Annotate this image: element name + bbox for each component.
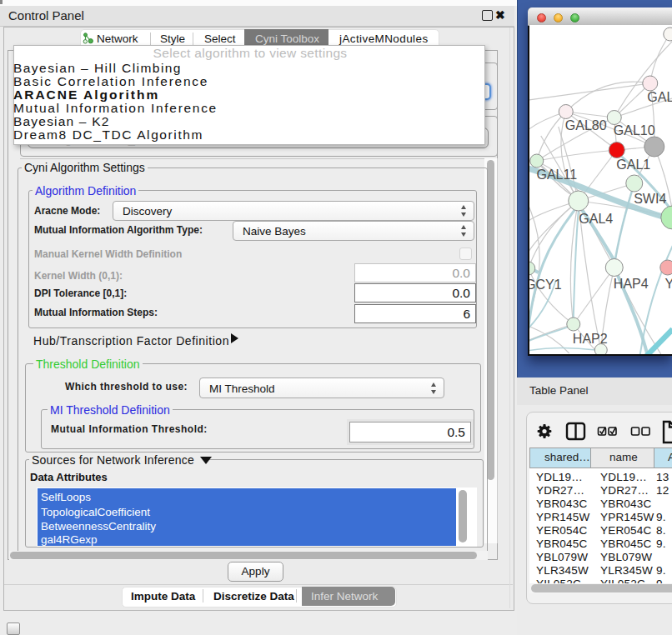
svg-text:SWI4: SWI4	[634, 192, 666, 206]
svg-text:GAL1: GAL1	[616, 158, 650, 172]
svg-text:GAL11: GAL11	[536, 168, 577, 182]
svg-text:GAL4: GAL4	[579, 212, 613, 226]
svg-text:YJ: YJ	[664, 277, 672, 291]
svg-text:GAL7: GAL7	[647, 90, 672, 104]
svg-text:GAL10: GAL10	[613, 123, 654, 138]
svg-text:HAP4: HAP4	[613, 277, 648, 291]
svg-text:HAP2: HAP2	[572, 332, 607, 346]
svg-text:GAL80: GAL80	[564, 118, 606, 132]
svg-text:GCY1: GCY1	[529, 278, 562, 292]
